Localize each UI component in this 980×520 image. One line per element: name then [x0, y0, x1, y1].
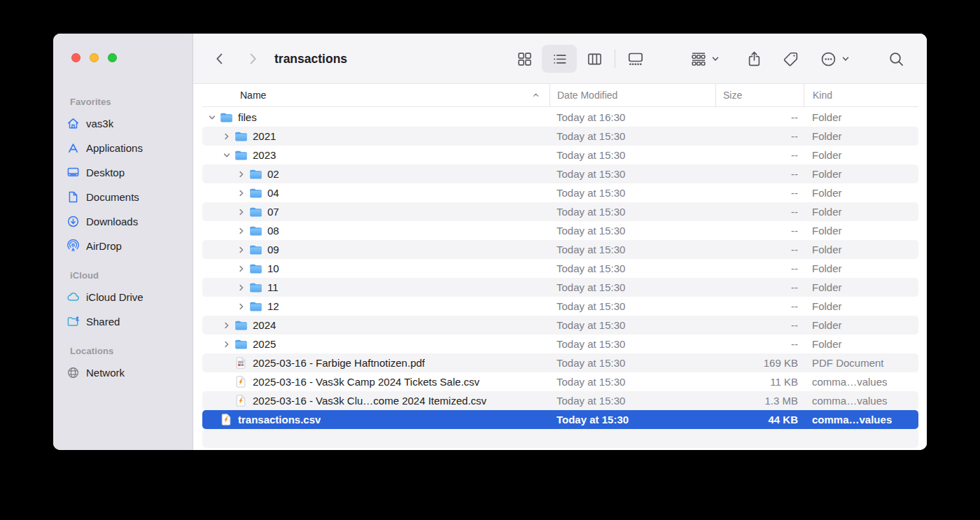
table-row[interactable]: 10 Today at 15:30 -- Folder	[202, 259, 918, 278]
table-row[interactable]: 12 Today at 15:30 -- Folder	[202, 297, 918, 316]
sidebar-item-downloads[interactable]: Downloads	[59, 209, 187, 233]
folder-icon	[248, 244, 262, 255]
file-kind: Folder	[804, 206, 918, 218]
csv-file-icon	[234, 395, 248, 407]
file-name: 09	[267, 244, 279, 255]
sidebar-item-icloud-drive[interactable]: iCloud Drive	[59, 285, 187, 309]
table-row[interactable]: 07 Today at 15:30 -- Folder	[202, 202, 918, 221]
file-size: --	[715, 225, 804, 237]
disclosure-chevron-icon[interactable]	[234, 265, 248, 273]
tag-button[interactable]	[778, 45, 803, 73]
disclosure-chevron-icon[interactable]	[205, 113, 219, 122]
list-view-button[interactable]	[542, 45, 577, 73]
downloads-icon	[66, 214, 80, 229]
table-row[interactable]: 2025-03-16 - Vas3k Camp 2024 Tickets Sal…	[202, 372, 918, 391]
sidebar-item-vas3k[interactable]: vas3k	[59, 111, 187, 135]
gallery-view-icon	[627, 50, 644, 67]
close-window-button[interactable]	[71, 53, 80, 62]
file-name: 2025-03-16 - Farbige Haftnotizen.pdf	[253, 357, 425, 369]
column-header-name[interactable]: Name	[202, 84, 550, 106]
table-row[interactable]: 2025-03-16 - Farbige Haftnotizen.pdf Tod…	[202, 353, 918, 372]
table-row-selected[interactable]: transactions.csv Today at 15:30 44 KB co…	[202, 410, 918, 429]
disclosure-chevron-icon[interactable]	[220, 321, 234, 330]
date-modified: Today at 15:30	[550, 300, 715, 312]
disclosure-chevron-icon[interactable]	[220, 340, 234, 349]
sidebar-item-label: vas3k	[86, 118, 113, 129]
disclosure-chevron-icon[interactable]	[234, 170, 248, 178]
column-view-button[interactable]	[577, 45, 612, 73]
more-options-button[interactable]	[813, 45, 857, 73]
csv-file-icon	[219, 414, 233, 426]
toolbar-divider	[615, 50, 615, 68]
icon-view-button[interactable]	[507, 45, 542, 73]
table-row[interactable]: 04 Today at 15:30 -- Folder	[202, 183, 918, 202]
sidebar-item-shared[interactable]: Shared	[59, 309, 187, 333]
globe-icon	[66, 365, 80, 380]
view-switcher	[507, 45, 653, 73]
table-row[interactable]: 09 Today at 15:30 -- Folder	[202, 240, 918, 259]
file-kind: Folder	[804, 281, 918, 293]
gallery-view-button[interactable]	[618, 45, 653, 73]
main-pane: transactions	[193, 34, 927, 450]
sidebar-item-applications[interactable]: Applications	[59, 136, 187, 160]
search-button[interactable]	[882, 45, 910, 73]
sidebar-item-label: Desktop	[86, 167, 125, 178]
airdrop-icon	[66, 239, 80, 253]
folder-icon	[248, 188, 262, 199]
group-by-icon	[690, 50, 707, 67]
file-name: 2025	[253, 338, 276, 350]
file-name: 10	[267, 262, 279, 274]
sidebar-item-documents[interactable]: Documents	[59, 185, 187, 209]
sidebar-item-label: Network	[86, 367, 125, 379]
chevron-left-icon	[212, 51, 227, 66]
date-modified: Today at 15:30	[550, 225, 715, 237]
chevron-down-icon	[710, 54, 720, 64]
icon-view-icon	[517, 51, 533, 67]
disclosure-chevron-icon[interactable]	[234, 227, 248, 235]
file-size: --	[715, 319, 804, 331]
table-row[interactable]: 2024 Today at 15:30 -- Folder	[202, 316, 918, 335]
file-name: 2023	[253, 149, 276, 161]
zoom-window-button[interactable]	[108, 53, 117, 62]
table-row[interactable]: 2021 Today at 15:30 -- Folder	[202, 127, 918, 146]
disclosure-chevron-icon[interactable]	[220, 151, 234, 160]
file-name: 11	[267, 281, 279, 293]
folder-icon	[234, 131, 248, 142]
share-button[interactable]	[741, 45, 766, 73]
file-size: 1.3 MB	[715, 395, 804, 407]
disclosure-chevron-icon[interactable]	[234, 208, 248, 216]
column-header-date-modified[interactable]: Date Modified	[550, 84, 715, 106]
file-size: 169 KB	[715, 357, 804, 369]
table-row[interactable]: 08 Today at 15:30 -- Folder	[202, 221, 918, 240]
file-size: --	[715, 300, 804, 312]
table-row[interactable]: 02 Today at 15:30 -- Folder	[202, 164, 918, 183]
column-header-size[interactable]: Size	[715, 84, 804, 106]
sidebar-section-header: Favorites	[53, 94, 192, 111]
disclosure-chevron-icon[interactable]	[234, 302, 248, 311]
file-kind: Folder	[804, 130, 918, 142]
sidebar-item-airdrop[interactable]: AirDrop	[59, 234, 187, 258]
table-row[interactable]: files Today at 16:30 -- Folder	[202, 108, 918, 127]
forward-button[interactable]	[242, 48, 263, 70]
minimize-window-button[interactable]	[90, 53, 99, 62]
sidebar-item-network[interactable]: Network	[59, 360, 187, 384]
disclosure-chevron-icon[interactable]	[234, 246, 248, 254]
file-kind: Folder	[804, 300, 918, 312]
disclosure-chevron-icon[interactable]	[234, 283, 248, 292]
disclosure-chevron-icon[interactable]	[220, 132, 234, 141]
group-by-button[interactable]	[683, 45, 727, 73]
sidebar-item-desktop[interactable]: Desktop	[59, 160, 187, 184]
table-row[interactable]: 2025 Today at 15:30 -- Folder	[202, 335, 918, 353]
table-row[interactable]: 2023 Today at 15:30 -- Folder	[202, 146, 918, 164]
file-kind: Folder	[804, 187, 918, 199]
table-row[interactable]: 2025-03-16 - Vas3k Clu…come 2024 Itemize…	[202, 391, 918, 410]
file-name: 2025-03-16 - Vas3k Camp 2024 Tickets Sal…	[253, 376, 479, 388]
file-name: 2024	[253, 319, 276, 331]
file-size: 11 KB	[715, 376, 804, 388]
sidebar-section-header: Locations	[53, 343, 192, 360]
disclosure-chevron-icon[interactable]	[234, 189, 248, 197]
date-modified: Today at 15:30	[550, 187, 715, 199]
back-button[interactable]	[209, 48, 230, 70]
column-header-kind[interactable]: Kind	[804, 84, 918, 106]
table-row[interactable]: 11 Today at 15:30 -- Folder	[202, 278, 918, 297]
